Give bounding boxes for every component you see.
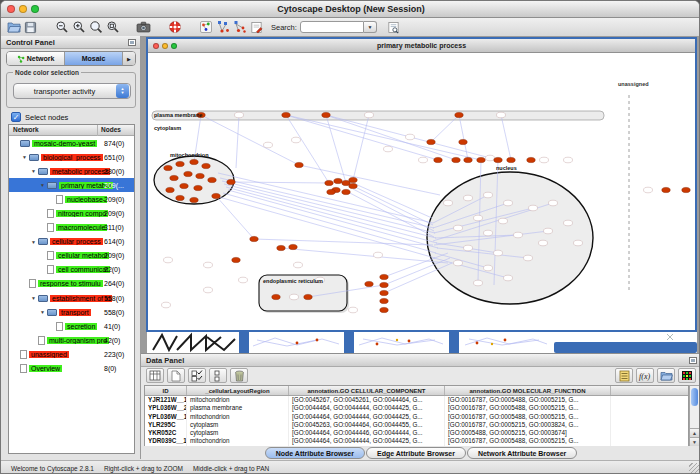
tree-item-secretion[interactable]: ▼secretion41(0) <box>9 319 134 333</box>
scroll-up-icon[interactable]: ▲ <box>690 428 699 437</box>
tree-item-mosaic-demo-yeast[interactable]: ▼mosaic-demo-yeast874(0) <box>9 136 134 150</box>
zoom-out-icon[interactable] <box>53 19 70 35</box>
heatmap-icon[interactable] <box>678 368 696 383</box>
folder-icon <box>20 140 30 147</box>
expand-arrow-icon[interactable]: ▼ <box>31 295 38 301</box>
node-count: 874(0) <box>104 140 124 147</box>
tree-item-label: multi-organism pro <box>47 337 109 344</box>
select-nodes-label: Select nodes <box>25 113 68 122</box>
frame-edge-2 <box>344 332 354 353</box>
expand-arrow-icon[interactable]: ▼ <box>31 168 38 174</box>
tab-edge-attribute-browser[interactable]: Edge Attribute Browser <box>366 447 466 459</box>
advanced-search-icon[interactable] <box>385 19 402 35</box>
import-attributes-icon[interactable] <box>657 368 675 383</box>
tree-item-establishment-of-lo[interactable]: ▼establishment of lo558(0) <box>9 291 134 305</box>
node-color-selection-group: Node color selection transporter activit… <box>6 72 136 108</box>
tree-item-multi-organism-pro[interactable]: ▼multi-organism pro42(0) <box>9 333 134 347</box>
tab-network[interactable]: Network <box>7 52 65 65</box>
view-tool-2-icon[interactable] <box>231 19 248 35</box>
tree-item-label: cell communicat <box>56 266 110 273</box>
search-input[interactable] <box>300 21 364 33</box>
file-icon <box>47 209 54 218</box>
node-count: 209(0) <box>104 196 124 203</box>
scroll-down-icon[interactable]: ▼ <box>690 437 699 446</box>
network-palette-icon[interactable] <box>197 19 214 35</box>
open-session-icon[interactable] <box>5 19 22 35</box>
snapshot-camera-icon[interactable] <box>135 19 152 35</box>
attribute-table-header[interactable]: ID _cellularLayoutRegion annotation.GO C… <box>145 386 688 396</box>
tree-item-primary-metabol[interactable]: ▼primary metabol209(... <box>9 178 134 192</box>
tree-item-transport[interactable]: ▼transport558(0) <box>9 305 134 319</box>
node-count: 558(0) <box>104 295 124 302</box>
resize-grip[interactable] <box>689 463 699 473</box>
table-row[interactable]: YKR052Ccytoplasm[GO:0044464, GO:0044446,… <box>145 429 688 437</box>
folder-icon <box>47 309 57 316</box>
annotation-tool-icon[interactable] <box>248 19 265 35</box>
node-count: 8(0) <box>104 365 116 372</box>
scrollbar-thumb[interactable] <box>691 388 698 406</box>
tree-item-biological-process[interactable]: ▼biological_process651(0) <box>9 150 134 164</box>
frame-title: primary metabolic process <box>148 39 695 53</box>
save-session-icon[interactable] <box>22 19 39 35</box>
frame-titlebar[interactable]: primary metabolic process <box>148 39 695 53</box>
dropdown-stepper-icon: ▲▼ <box>116 84 129 98</box>
file-icon <box>47 251 54 260</box>
table-row[interactable]: YDR039C__1mitochondrion[GO:0044464, GO:0… <box>145 437 688 445</box>
attribute-list-icon[interactable] <box>615 368 633 383</box>
node-count: 22(0) <box>104 266 120 273</box>
tree-item-overview[interactable]: ▼Overview8(0) <box>9 362 134 376</box>
node-count: 42(0) <box>104 337 120 344</box>
tab-mosaic[interactable]: Mosaic <box>65 52 123 65</box>
node-color-dropdown[interactable]: transporter activity ▲▼ <box>13 83 131 99</box>
table-row[interactable]: YLR295Ccytoplasm[GO:0045263, GO:0044464,… <box>145 421 688 429</box>
expand-arrow-icon[interactable]: ▼ <box>22 154 29 160</box>
search-dropdown-button[interactable]: ▼ <box>364 21 377 33</box>
tree-item-label: metabolic process <box>50 168 110 175</box>
select-attributes-icon[interactable] <box>188 368 206 383</box>
float-panel-icon[interactable] <box>128 39 136 46</box>
tree-item-nitrogen-compo[interactable]: ▼nitrogen compo209(0) <box>9 206 134 220</box>
view-tool-1-icon[interactable] <box>214 19 231 35</box>
tree-item-macromolecule[interactable]: ▼macromolecule311(0) <box>9 221 134 235</box>
tree-header[interactable]: Network Nodes <box>9 125 134 136</box>
table-scrollbar[interactable]: ▲ ▼ <box>689 385 700 447</box>
tree-item-cell-communicat[interactable]: ▼cell communicat22(0) <box>9 263 134 277</box>
attribute-table-icon[interactable] <box>146 368 164 383</box>
function-builder-icon[interactable]: f(x) <box>636 368 654 383</box>
tree-item-nucleobase-[interactable]: ▼nucleobase-209(0) <box>9 192 134 206</box>
expand-arrow-icon[interactable]: ▼ <box>40 182 47 188</box>
expand-arrow-icon[interactable]: ▼ <box>31 239 38 245</box>
status-bar: Welcome to Cytoscape 2.8.1 Right-click +… <box>1 460 700 474</box>
tree-item-unassigned[interactable]: ▼unassigned223(0) <box>9 347 134 361</box>
float-data-panel-icon[interactable] <box>689 357 697 364</box>
tab-network-attribute-browser[interactable]: Network Attribute Browser <box>467 447 577 459</box>
help-lifesaver-icon[interactable] <box>166 19 183 35</box>
background-windows-strip[interactable] <box>147 332 697 353</box>
nucleus-region <box>427 172 593 304</box>
tab-node-attribute-browser[interactable]: Node Attribute Browser <box>265 447 365 459</box>
tab-overflow-arrow-icon[interactable]: ▶ <box>123 52 135 65</box>
tree-item-label: secretion <box>65 323 97 330</box>
tree-item-response-to-stimulu[interactable]: ▼response to stimulu264(0) <box>9 277 134 291</box>
tree-item-label: Overview <box>29 365 62 372</box>
tree-item-metabolic-process[interactable]: ▼metabolic process280(0) <box>9 164 134 178</box>
tree-item-cellular-process[interactable]: ▼cellular process614(0) <box>9 235 134 249</box>
delete-attribute-icon[interactable] <box>230 368 248 383</box>
network-canvas[interactable]: plasma membrane cytoplasm mitochondrion … <box>148 53 695 330</box>
status-welcome: Welcome to Cytoscape 2.8.1 <box>11 465 94 472</box>
new-attribute-icon[interactable] <box>167 368 185 383</box>
expand-arrow-icon[interactable]: ▼ <box>40 309 47 315</box>
zoom-selected-region-icon[interactable] <box>87 19 104 35</box>
tree-item-label: nucleobase- <box>65 196 107 203</box>
control-panel-header: Control Panel <box>1 36 140 49</box>
network-tab-icon <box>17 55 25 63</box>
table-row[interactable]: YPL036W__1mitochondrion[GO:0044464, GO:0… <box>145 413 688 421</box>
file-icon <box>38 336 45 345</box>
tree-item-cellular-metabol[interactable]: ▼cellular metabol209(0) <box>9 249 134 263</box>
zoom-fit-content-icon[interactable] <box>104 19 121 35</box>
select-nodes-checkbox[interactable]: ✓ <box>11 112 21 122</box>
table-row[interactable]: YPL036W__2plasma membrane[GO:0044464, GO… <box>145 404 688 412</box>
zoom-in-icon[interactable] <box>70 19 87 35</box>
table-row[interactable]: YJR121W__1mitochondrion[GO:0045267, GO:0… <box>145 396 688 404</box>
unselect-attributes-icon[interactable] <box>209 368 227 383</box>
